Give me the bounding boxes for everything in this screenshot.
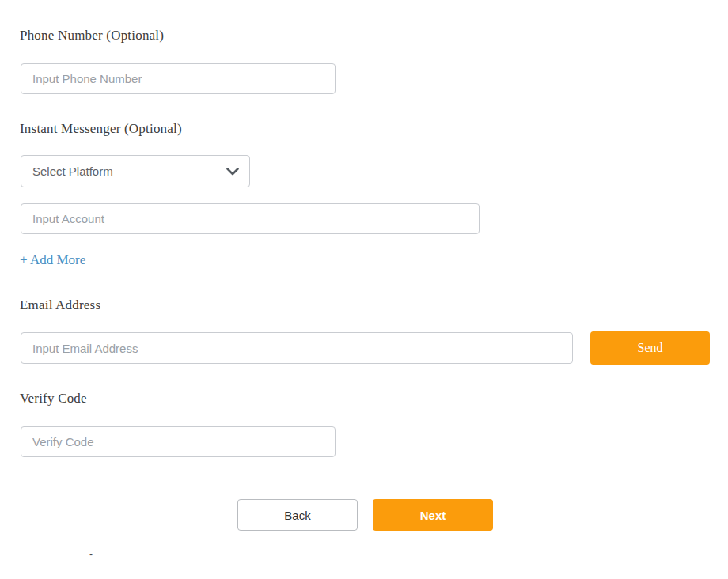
phone-number-input[interactable] xyxy=(21,63,336,94)
footer-dash: - xyxy=(89,549,93,560)
email-input[interactable] xyxy=(21,332,573,364)
chevron-down-icon xyxy=(226,168,239,176)
platform-select-value: Select Platform xyxy=(32,165,113,178)
verify-code-input[interactable] xyxy=(21,426,336,457)
platform-select[interactable]: Select Platform xyxy=(21,155,250,187)
contact-form-page: Phone Number (Optional) Instant Messenge… xyxy=(0,0,728,579)
account-input[interactable] xyxy=(21,203,480,234)
add-more-link[interactable]: + Add More xyxy=(20,252,85,268)
next-button[interactable]: Next xyxy=(373,499,493,531)
verify-code-label: Verify Code xyxy=(20,391,87,407)
send-button[interactable]: Send xyxy=(590,331,710,365)
instant-messenger-label: Instant Messenger (Optional) xyxy=(20,121,182,137)
phone-number-label: Phone Number (Optional) xyxy=(20,28,164,44)
back-button[interactable]: Back xyxy=(237,499,358,531)
email-address-label: Email Address xyxy=(20,297,100,313)
